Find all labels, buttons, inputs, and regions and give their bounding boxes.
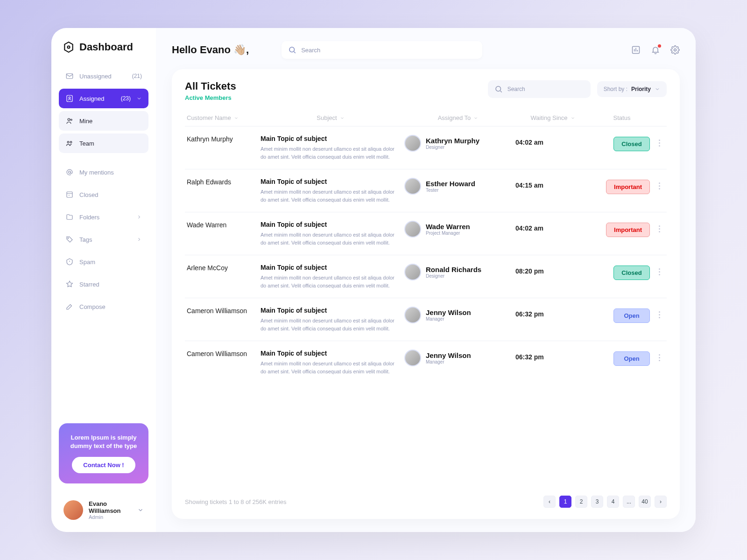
pagination-page[interactable]: 3 (591, 496, 603, 508)
table-row[interactable]: Kathryn Murphy Main Topic of subject Ame… (185, 126, 667, 169)
assignee-name: Jenny Wilson (426, 351, 471, 359)
sidebar-item-team[interactable]: Team (59, 133, 148, 153)
row-menu-icon[interactable] (654, 221, 665, 232)
brand: Dashboard (59, 41, 148, 53)
column-customer[interactable]: Customer Name (187, 114, 257, 121)
sidebar: Dashboard Unassigned (21) Assigned (23) … (51, 28, 156, 532)
global-search-input[interactable] (301, 47, 476, 54)
table-row[interactable]: Wade Warren Main Topic of subject Amet m… (185, 212, 667, 255)
cell-customer: Cameron Williamson (187, 307, 257, 316)
status-badge: Closed (613, 266, 650, 280)
row-menu-icon[interactable] (654, 178, 665, 189)
svg-point-10 (68, 238, 69, 238)
cell-assignee: Jenny Wilson Manager (404, 307, 512, 323)
row-menu-icon[interactable] (654, 135, 665, 147)
avatar (63, 500, 83, 520)
subject-body: Amet minim mollit non deserunt ullamco e… (261, 360, 401, 375)
sidebar-user-role: Admin (89, 514, 132, 520)
chevron-down-icon (473, 116, 478, 120)
subject-heading: Main Topic of subject (261, 264, 401, 271)
svg-rect-1 (66, 74, 73, 79)
sidebar-item-tags[interactable]: Tags (59, 230, 148, 249)
greeting: Hello Evano 👋🏼, (172, 44, 249, 56)
svg-point-13 (674, 49, 677, 51)
team-icon (65, 139, 74, 147)
status-badge: Closed (613, 137, 650, 151)
topbar: Hello Evano 👋🏼, (172, 41, 680, 59)
subject-heading: Main Topic of subject (261, 307, 401, 314)
sidebar-item-assigned[interactable]: Assigned (23) (59, 89, 148, 108)
chevron-down-icon (655, 86, 660, 92)
sidebar-user[interactable]: Evano Williamson Admin (59, 492, 148, 523)
avatar (404, 264, 421, 280)
table-row[interactable]: Cameron Williamson Main Topic of subject… (185, 298, 667, 341)
column-waiting[interactable]: Waiting Since (515, 114, 590, 121)
sort-value: Priority (631, 86, 651, 92)
cell-status: Closed (594, 135, 650, 151)
sidebar-item-label: Team (79, 140, 142, 147)
sidebar-item-mine[interactable]: Mine (59, 111, 148, 131)
sidebar-item-label: Assigned (79, 95, 115, 102)
global-search[interactable] (282, 41, 482, 59)
svg-point-6 (67, 141, 69, 143)
table-row[interactable]: Cameron Williamson Main Topic of subject… (185, 341, 667, 384)
panel-search[interactable] (488, 80, 591, 98)
svg-point-3 (69, 97, 70, 99)
assignee-name: Jenny Wilson (426, 308, 471, 316)
row-menu-icon[interactable] (654, 307, 665, 318)
column-subject[interactable]: Subject (261, 114, 401, 121)
pagination-prev[interactable]: ‹ (543, 496, 556, 508)
brand-logo-icon (63, 41, 75, 53)
settings-icon[interactable] (670, 45, 680, 55)
sidebar-item-spam[interactable]: Spam (59, 252, 148, 272)
pagination-page[interactable]: 40 (639, 496, 651, 508)
pagination-pages: ‹ 1234...40› (543, 496, 667, 508)
row-menu-icon[interactable] (654, 350, 665, 361)
column-assigned[interactable]: Assigned To (404, 114, 512, 121)
pagination-page[interactable]: 4 (607, 496, 619, 508)
chevron-down-icon (234, 116, 239, 120)
cell-customer: Kathryn Murphy (187, 135, 257, 144)
promo-button[interactable]: Contact Now ! (72, 457, 135, 473)
pagination-next[interactable]: › (655, 496, 667, 508)
sidebar-user-name: Evano Williamson (89, 500, 132, 514)
star-icon (65, 280, 74, 288)
analytics-icon[interactable] (631, 45, 641, 55)
row-menu-icon[interactable] (654, 264, 665, 275)
sidebar-item-compose[interactable]: Compose (59, 297, 148, 316)
subject-body: Amet minim mollit non deserunt ullamco e… (261, 317, 401, 332)
cell-customer: Cameron Williamson (187, 350, 257, 359)
sidebar-item-mentions[interactable]: My mentions (59, 162, 148, 182)
compose-icon (65, 302, 74, 311)
main-content: Hello Evano 👋🏼, A (156, 28, 696, 532)
assignee-role: Manager (426, 359, 471, 364)
chevron-down-icon (340, 116, 345, 120)
avatar (404, 350, 421, 366)
sidebar-item-count: (23) (121, 95, 131, 102)
sidebar-item-closed[interactable]: Closed (59, 185, 148, 204)
sort-dropdown[interactable]: Short by : Priority (597, 81, 667, 97)
cell-assignee: Ronald Richards Designer (404, 264, 512, 280)
table-row[interactable]: Ralph Edwards Main Topic of subject Amet… (185, 169, 667, 212)
cell-waiting: 04:15 am (515, 178, 590, 189)
cell-status: Open (594, 350, 650, 366)
chevron-down-icon (571, 116, 575, 120)
sidebar-item-folders[interactable]: Folders (59, 207, 148, 227)
avatar (404, 135, 421, 152)
avatar (404, 221, 421, 238)
panel-search-input[interactable] (507, 86, 584, 92)
pagination-page[interactable]: 1 (559, 496, 571, 508)
cell-assignee: Wade Warren Project Manager (404, 221, 512, 238)
cell-subject: Main Topic of subject Amet minim mollit … (261, 135, 401, 161)
table-row[interactable]: Arlene McCoy Main Topic of subject Amet … (185, 255, 667, 298)
sidebar-item-unassigned[interactable]: Unassigned (21) (59, 66, 148, 86)
cell-customer: Ralph Edwards (187, 178, 257, 187)
avatar (404, 307, 421, 323)
pagination-page[interactable]: 2 (575, 496, 587, 508)
cell-waiting: 04:02 am (515, 221, 590, 232)
chevron-right-icon (136, 214, 142, 220)
archive-icon (65, 190, 74, 199)
sidebar-item-starred[interactable]: Starred (59, 274, 148, 294)
notifications-icon[interactable] (651, 45, 660, 55)
subject-body: Amet minim mollit non deserunt ullamco e… (261, 274, 401, 289)
